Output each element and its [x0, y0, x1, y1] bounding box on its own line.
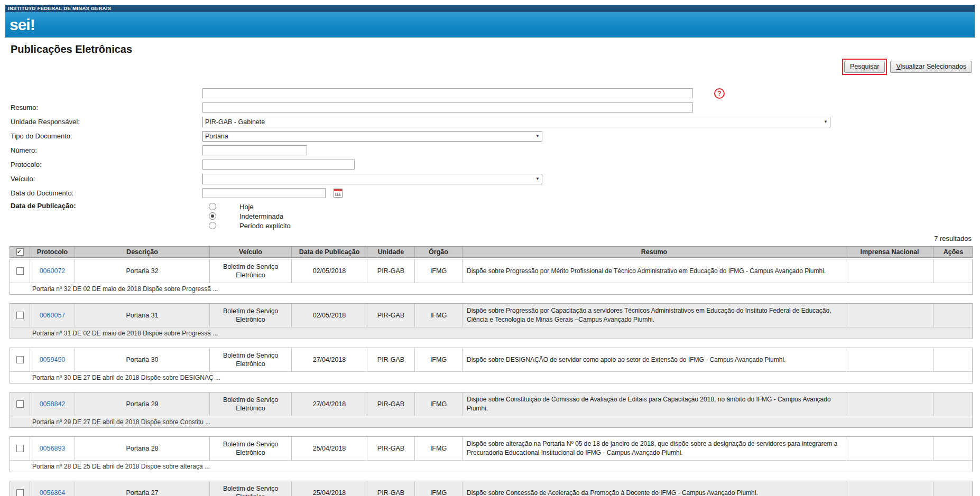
snippet-text: Portaria nº 31 DE 02 DE maio de 2018 Dis… [10, 327, 972, 339]
imprensa-nacional-cell [846, 392, 933, 416]
descricao-cell: Portaria 31 [75, 304, 210, 327]
numero-label: Número: [10, 146, 202, 154]
orgao-cell: IFMG [415, 304, 463, 327]
chevron-down-icon: ▼ [535, 176, 540, 181]
result-row-group: 0056893 Portaria 28 Boletim de Serviço E… [10, 436, 973, 472]
form-row-search: ? [10, 86, 973, 100]
visualizar-selecionados-button[interactable]: Visualizar Selecionados [890, 61, 972, 73]
checkbox-cell [10, 437, 30, 460]
numero-input[interactable] [202, 145, 307, 155]
unidade-select-value: PIR-GAB - Gabinete [205, 118, 265, 126]
orgao-cell: IFMG [415, 392, 463, 416]
protocolo-link[interactable]: 0056864 [40, 489, 66, 496]
protocolo-input[interactable] [202, 160, 355, 170]
data-publicacao-cell: 25/04/2018 [292, 481, 367, 496]
descricao-cell: Portaria 32 [75, 259, 210, 283]
row-checkbox[interactable] [16, 356, 24, 363]
unidade-cell: PIR-GAB [367, 392, 415, 416]
result-row-group: 0059450 Portaria 30 Boletim de Serviço E… [10, 348, 973, 383]
protocolo-link[interactable]: 0059450 [40, 355, 66, 364]
unidade-cell: PIR-GAB [367, 437, 415, 460]
data-documento-label: Data do Documento: [10, 189, 202, 197]
orgao-cell: IFMG [415, 348, 463, 371]
main-content: Publicações Eletrônicas Pesquisar Visual… [5, 43, 975, 496]
table-row: 0060072 Portaria 32 Boletim de Serviço E… [10, 259, 972, 283]
resumo-label: Resumo: [10, 104, 202, 111]
imprensa-nacional-cell [846, 348, 933, 371]
acoes-cell [933, 259, 973, 283]
checkbox-cell [10, 348, 30, 371]
table-row: 0060057 Portaria 31 Boletim de Serviço E… [10, 304, 972, 327]
column-header-orgao: Órgão [415, 247, 463, 257]
acoes-cell [933, 481, 973, 496]
orgao-cell: IFMG [415, 481, 463, 496]
snippet-text: Portaria nº 30 DE 27 DE abril de 2018 Di… [10, 371, 972, 383]
select-all-checkbox[interactable]: ✓ [16, 248, 24, 256]
protocolo-cell: 0056893 [30, 437, 75, 460]
imprensa-nacional-cell [846, 437, 933, 460]
resumo-input[interactable] [202, 102, 693, 113]
resumo-cell: Dispõe sobre DESIGNAÇÃO de servidor como… [463, 348, 846, 371]
data-publicacao-cell: 27/04/2018 [292, 392, 367, 416]
unidade-select[interactable]: PIR-GAB - Gabinete ▼ [202, 117, 830, 127]
column-header-acoes: Ações [933, 247, 973, 257]
veiculo-cell: Boletim de Serviço Eletrônico [210, 259, 292, 283]
browser-page: INSTITUTO FEDERAL DE MINAS GERAIS sei! P… [5, 5, 975, 496]
veiculo-select[interactable]: ▼ [202, 174, 542, 184]
checkbox-cell [10, 259, 30, 283]
chevron-down-icon: ▼ [535, 134, 540, 138]
checkbox-cell [10, 392, 30, 416]
form-row-unidade: Unidade Responsável: PIR-GAB - Gabinete … [10, 115, 973, 129]
radio-option-row: Período explícito [202, 221, 291, 230]
row-checkbox[interactable] [16, 312, 24, 319]
data-publicacao-cell: 25/04/2018 [292, 437, 367, 460]
column-header-data-publicacao: Data de Publicação [292, 247, 367, 257]
column-header-imprensa-nacional: Imprensa Nacional [846, 247, 933, 257]
data-documento-input[interactable] [202, 188, 326, 198]
sei-logo: sei! [10, 16, 35, 34]
sei-header: sei! [5, 12, 975, 38]
result-row-group: 0060072 Portaria 32 Boletim de Serviço E… [10, 259, 973, 295]
imprensa-nacional-cell [846, 304, 933, 327]
radio-option-row: Indeterminada [202, 211, 291, 221]
row-checkbox[interactable] [16, 267, 24, 275]
row-checkbox[interactable] [16, 445, 24, 452]
column-header-unidade: Unidade [367, 247, 415, 257]
annotation-highlight: Pesquisar [842, 59, 887, 75]
snippet-text: Portaria nº 29 DE 27 DE abril de 2018 Di… [10, 416, 972, 427]
descricao-cell: Portaria 28 [75, 437, 210, 460]
radio-option-label: Período explícito [239, 222, 291, 230]
veiculo-cell: Boletim de Serviço Eletrônico [210, 304, 292, 327]
pesquisar-button[interactable]: Pesquisar [844, 61, 885, 73]
radio-option-label: Indeterminada [239, 212, 283, 220]
veiculo-cell: Boletim de Serviço Eletrônico [210, 437, 292, 460]
tipo-label: Tipo do Documento: [10, 132, 202, 140]
unidade-cell: PIR-GAB [367, 481, 415, 496]
protocolo-link[interactable]: 0060057 [40, 311, 66, 320]
protocolo-link[interactable]: 0060072 [40, 267, 66, 275]
radio-button-selected[interactable] [209, 212, 216, 220]
row-checkbox[interactable] [16, 489, 24, 496]
unidade-label: Unidade Responsável: [10, 118, 202, 126]
checkbox-cell [10, 481, 30, 496]
form-row-data-documento: Data do Documento: [10, 186, 973, 200]
select-all-cell: ✓ [10, 247, 30, 257]
protocolo-cell: 0056864 [30, 481, 75, 496]
calendar-icon[interactable] [334, 189, 343, 198]
tipo-documento-select[interactable]: Portaria ▼ [202, 131, 542, 142]
form-row-numero: Número: [10, 143, 973, 157]
radio-button[interactable] [209, 222, 216, 229]
orgao-cell: IFMG [415, 259, 463, 283]
protocolo-link[interactable]: 0056893 [40, 444, 66, 453]
resumo-cell: Dispõe sobre Progressão por Mérito Profi… [463, 259, 846, 283]
descricao-cell: Portaria 30 [75, 348, 210, 371]
protocolo-link[interactable]: 0058842 [40, 400, 66, 408]
row-checkbox[interactable] [16, 400, 24, 408]
radio-button[interactable] [209, 203, 216, 210]
search-input[interactable] [202, 88, 693, 98]
chevron-down-icon: ▼ [824, 119, 828, 124]
veiculo-cell: Boletim de Serviço Eletrônico [210, 392, 292, 416]
resumo-cell: Dispõe sobre Constituição de Comissão de… [463, 392, 846, 416]
data-publicacao-cell: 27/04/2018 [292, 348, 367, 371]
help-icon[interactable]: ? [714, 88, 725, 99]
